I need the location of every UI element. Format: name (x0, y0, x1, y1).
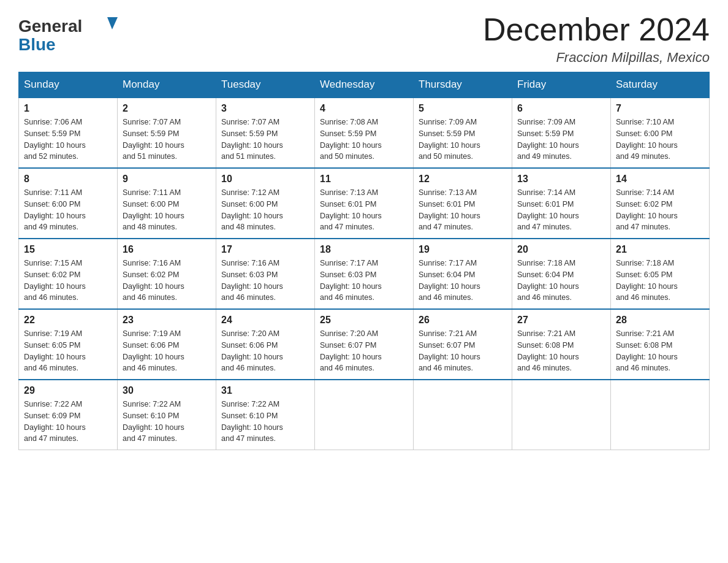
day-number: 26 (419, 315, 507, 326)
calendar-day-cell: 6 Sunrise: 7:09 AM Sunset: 5:59 PM Dayli… (512, 98, 611, 168)
calendar-day-cell: 3 Sunrise: 7:07 AM Sunset: 5:59 PM Dayli… (216, 98, 315, 168)
day-number: 3 (221, 103, 309, 114)
day-number: 12 (419, 174, 507, 185)
calendar-day-cell: 13 Sunrise: 7:14 AM Sunset: 6:01 PM Dayl… (512, 168, 611, 239)
weekday-header-monday: Monday (118, 72, 216, 98)
day-info: Sunrise: 7:19 AM Sunset: 6:05 PM Dayligh… (24, 328, 112, 374)
calendar-day-cell (315, 380, 414, 450)
day-number: 25 (320, 315, 408, 326)
day-number: 15 (24, 244, 112, 255)
day-info: Sunrise: 7:14 AM Sunset: 6:02 PM Dayligh… (616, 187, 704, 233)
calendar-day-cell: 31 Sunrise: 7:22 AM Sunset: 6:10 PM Dayl… (216, 380, 315, 450)
day-info: Sunrise: 7:11 AM Sunset: 6:00 PM Dayligh… (123, 187, 211, 233)
svg-text:Blue: Blue (18, 35, 56, 54)
day-number: 13 (517, 174, 605, 185)
day-info: Sunrise: 7:22 AM Sunset: 6:10 PM Dayligh… (221, 399, 309, 445)
calendar-day-cell: 29 Sunrise: 7:22 AM Sunset: 6:09 PM Dayl… (19, 380, 118, 450)
day-info: Sunrise: 7:12 AM Sunset: 6:00 PM Dayligh… (221, 187, 309, 233)
day-info: Sunrise: 7:08 AM Sunset: 5:59 PM Dayligh… (320, 117, 408, 163)
day-info: Sunrise: 7:16 AM Sunset: 6:02 PM Dayligh… (123, 258, 211, 304)
logo: General Blue (18, 12, 129, 55)
day-info: Sunrise: 7:17 AM Sunset: 6:04 PM Dayligh… (419, 258, 507, 304)
day-info: Sunrise: 7:09 AM Sunset: 5:59 PM Dayligh… (517, 117, 605, 163)
calendar-day-cell: 30 Sunrise: 7:22 AM Sunset: 6:10 PM Dayl… (118, 380, 216, 450)
calendar-day-cell: 26 Sunrise: 7:21 AM Sunset: 6:07 PM Dayl… (414, 309, 512, 380)
calendar-day-cell: 25 Sunrise: 7:20 AM Sunset: 6:07 PM Dayl… (315, 309, 414, 380)
calendar-day-cell: 17 Sunrise: 7:16 AM Sunset: 6:03 PM Dayl… (216, 239, 315, 309)
calendar-week-row: 15 Sunrise: 7:15 AM Sunset: 6:02 PM Dayl… (19, 239, 710, 309)
day-number: 14 (616, 174, 704, 185)
calendar-day-cell: 24 Sunrise: 7:20 AM Sunset: 6:06 PM Dayl… (216, 309, 315, 380)
title-area: December 2024 Fraccion Milpillas, Mexico (483, 12, 710, 66)
day-number: 29 (24, 385, 112, 396)
calendar-day-cell (414, 380, 512, 450)
day-info: Sunrise: 7:07 AM Sunset: 5:59 PM Dayligh… (221, 117, 309, 163)
calendar-day-cell: 22 Sunrise: 7:19 AM Sunset: 6:05 PM Dayl… (19, 309, 118, 380)
day-number: 30 (123, 385, 211, 396)
day-info: Sunrise: 7:14 AM Sunset: 6:01 PM Dayligh… (517, 187, 605, 233)
calendar-day-cell: 7 Sunrise: 7:10 AM Sunset: 6:00 PM Dayli… (611, 98, 710, 168)
weekday-header-saturday: Saturday (611, 72, 710, 98)
day-number: 10 (221, 174, 309, 185)
weekday-header-tuesday: Tuesday (216, 72, 315, 98)
day-number: 22 (24, 315, 112, 326)
calendar-day-cell (611, 380, 710, 450)
day-info: Sunrise: 7:21 AM Sunset: 6:08 PM Dayligh… (517, 328, 605, 374)
calendar-day-cell: 12 Sunrise: 7:13 AM Sunset: 6:01 PM Dayl… (414, 168, 512, 239)
day-info: Sunrise: 7:18 AM Sunset: 6:04 PM Dayligh… (517, 258, 605, 304)
calendar-day-cell: 18 Sunrise: 7:17 AM Sunset: 6:03 PM Dayl… (315, 239, 414, 309)
location-title: Fraccion Milpillas, Mexico (483, 50, 710, 66)
day-number: 11 (320, 174, 408, 185)
logo-svg: General Blue (18, 12, 129, 55)
calendar-week-row: 22 Sunrise: 7:19 AM Sunset: 6:05 PM Dayl… (19, 309, 710, 380)
day-number: 31 (221, 385, 309, 396)
calendar-day-cell (512, 380, 611, 450)
day-info: Sunrise: 7:15 AM Sunset: 6:02 PM Dayligh… (24, 258, 112, 304)
calendar-day-cell: 28 Sunrise: 7:21 AM Sunset: 6:08 PM Dayl… (611, 309, 710, 380)
day-info: Sunrise: 7:16 AM Sunset: 6:03 PM Dayligh… (221, 258, 309, 304)
day-info: Sunrise: 7:13 AM Sunset: 6:01 PM Dayligh… (320, 187, 408, 233)
month-title: December 2024 (483, 12, 710, 47)
day-number: 27 (517, 315, 605, 326)
day-number: 16 (123, 244, 211, 255)
calendar-day-cell: 11 Sunrise: 7:13 AM Sunset: 6:01 PM Dayl… (315, 168, 414, 239)
day-info: Sunrise: 7:07 AM Sunset: 5:59 PM Dayligh… (123, 117, 211, 163)
day-info: Sunrise: 7:10 AM Sunset: 6:00 PM Dayligh… (616, 117, 704, 163)
calendar-day-cell: 21 Sunrise: 7:18 AM Sunset: 6:05 PM Dayl… (611, 239, 710, 309)
day-info: Sunrise: 7:09 AM Sunset: 5:59 PM Dayligh… (419, 117, 507, 163)
day-info: Sunrise: 7:11 AM Sunset: 6:00 PM Dayligh… (24, 187, 112, 233)
day-number: 8 (24, 174, 112, 185)
calendar-day-cell: 4 Sunrise: 7:08 AM Sunset: 5:59 PM Dayli… (315, 98, 414, 168)
day-info: Sunrise: 7:13 AM Sunset: 6:01 PM Dayligh… (419, 187, 507, 233)
day-number: 17 (221, 244, 309, 255)
day-number: 5 (419, 103, 507, 114)
calendar-day-cell: 14 Sunrise: 7:14 AM Sunset: 6:02 PM Dayl… (611, 168, 710, 239)
day-number: 20 (517, 244, 605, 255)
day-info: Sunrise: 7:20 AM Sunset: 6:06 PM Dayligh… (221, 328, 309, 374)
day-info: Sunrise: 7:20 AM Sunset: 6:07 PM Dayligh… (320, 328, 408, 374)
calendar-day-cell: 1 Sunrise: 7:06 AM Sunset: 5:59 PM Dayli… (19, 98, 118, 168)
calendar-week-row: 8 Sunrise: 7:11 AM Sunset: 6:00 PM Dayli… (19, 168, 710, 239)
weekday-header-wednesday: Wednesday (315, 72, 414, 98)
calendar-day-cell: 9 Sunrise: 7:11 AM Sunset: 6:00 PM Dayli… (118, 168, 216, 239)
weekday-header-row: SundayMondayTuesdayWednesdayThursdayFrid… (19, 72, 710, 98)
calendar-day-cell: 20 Sunrise: 7:18 AM Sunset: 6:04 PM Dayl… (512, 239, 611, 309)
calendar-day-cell: 16 Sunrise: 7:16 AM Sunset: 6:02 PM Dayl… (118, 239, 216, 309)
calendar-week-row: 29 Sunrise: 7:22 AM Sunset: 6:09 PM Dayl… (19, 380, 710, 450)
day-info: Sunrise: 7:22 AM Sunset: 6:09 PM Dayligh… (24, 399, 112, 445)
page-header: General Blue December 2024 Fraccion Milp… (18, 12, 710, 66)
day-number: 7 (616, 103, 704, 114)
day-info: Sunrise: 7:18 AM Sunset: 6:05 PM Dayligh… (616, 258, 704, 304)
day-info: Sunrise: 7:21 AM Sunset: 6:07 PM Dayligh… (419, 328, 507, 374)
day-info: Sunrise: 7:21 AM Sunset: 6:08 PM Dayligh… (616, 328, 704, 374)
calendar-day-cell: 23 Sunrise: 7:19 AM Sunset: 6:06 PM Dayl… (118, 309, 216, 380)
day-number: 1 (24, 103, 112, 114)
day-info: Sunrise: 7:22 AM Sunset: 6:10 PM Dayligh… (123, 399, 211, 445)
day-number: 23 (123, 315, 211, 326)
day-number: 4 (320, 103, 408, 114)
day-number: 21 (616, 244, 704, 255)
calendar-week-row: 1 Sunrise: 7:06 AM Sunset: 5:59 PM Dayli… (19, 98, 710, 168)
weekday-header-sunday: Sunday (19, 72, 118, 98)
calendar-day-cell: 8 Sunrise: 7:11 AM Sunset: 6:00 PM Dayli… (19, 168, 118, 239)
day-number: 6 (517, 103, 605, 114)
